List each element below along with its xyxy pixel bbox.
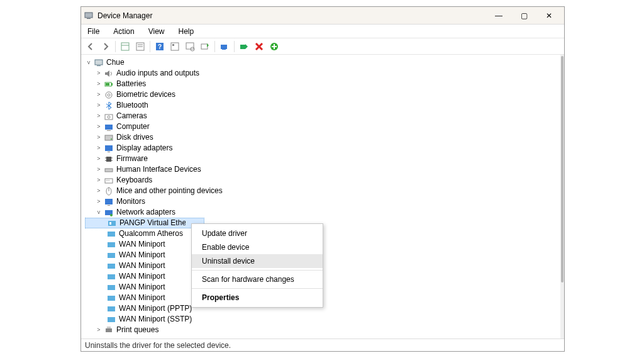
adapter-label: WAN Miniport (PPTP) [119,303,192,314]
chevron-right-icon[interactable]: > [95,132,103,143]
category-mice[interactable]: > Mice and other pointing devices [85,186,559,196]
root-label: Chue [106,57,125,68]
device-manager-window: Device Manager File Action View Help ? [80,6,565,352]
category-network[interactable]: v Network adapters [85,207,559,218]
category-firmware[interactable]: > Firmware [85,154,559,164]
chevron-right-icon[interactable]: > [95,175,103,186]
chevron-right-icon[interactable]: > [95,196,103,207]
adapter-label: WAN Miniport [119,282,165,293]
enable-device-button[interactable] [218,40,231,53]
hid-icon [104,165,114,175]
svg-rect-58 [108,306,115,311]
camera-icon [104,111,114,121]
chevron-right-icon[interactable]: > [95,100,103,111]
chevron-right-icon[interactable]: > [95,111,103,121]
chevron-right-icon[interactable]: > [95,325,103,335]
separator [192,288,323,289]
menu-view[interactable]: View [146,26,167,37]
category-label: Mice and other pointing devices [116,186,223,196]
chevron-right-icon[interactable]: > [95,143,103,154]
svg-point-30 [111,138,112,140]
svg-rect-50 [109,222,111,225]
chevron-right-icon[interactable]: > [95,164,103,175]
menu-file[interactable]: File [85,26,102,37]
chevron-right-icon[interactable]: > [95,68,103,79]
help-button[interactable]: ? [153,40,167,53]
monitor-icon [104,197,114,207]
category-batteries[interactable]: > Batteries [85,79,559,89]
uninstall-device-button[interactable] [252,40,266,53]
chevron-right-icon[interactable]: > [95,89,103,100]
chevron-down-icon[interactable]: v [85,57,92,68]
update-driver-button[interactable] [198,40,212,53]
adapter-pangp[interactable]: PANGP Virtual Ethernet Adapter [85,218,204,228]
svg-rect-22 [106,83,109,86]
ctx-update-driver[interactable]: Update driver [192,227,323,240]
svg-rect-1 [87,18,91,19]
category-display[interactable]: > Display adapters [85,143,559,154]
category-label: Network adapters [116,207,175,218]
category-label: Human Interface Devices [116,164,201,175]
category-label: Cameras [116,111,147,121]
svg-rect-40 [106,180,107,181]
scrollbar[interactable] [560,55,564,338]
add-legacy-hardware-button[interactable] [267,40,281,53]
chevron-right-icon[interactable]: > [95,154,103,164]
chevron-right-icon[interactable]: > [95,121,103,132]
ctx-properties[interactable]: Properties [192,291,323,305]
category-printers[interactable]: > Print queues [85,325,559,335]
show-hide-tree-button[interactable] [118,40,132,53]
category-label: Print queues [116,325,158,335]
minimize-button[interactable] [486,8,511,24]
svg-text:?: ? [158,43,162,50]
root-node[interactable]: v Chue [85,57,559,68]
svg-rect-21 [111,83,113,86]
svg-rect-41 [108,180,108,181]
ctx-scan-hardware[interactable]: Scan for hardware changes [192,272,323,286]
adapter-label: WAN Miniport (SSTP) [119,314,192,325]
category-disk[interactable]: > Disk drives [85,132,559,143]
nic-icon [106,261,116,271]
svg-rect-0 [85,13,92,18]
category-cameras[interactable]: > Cameras [85,111,559,121]
maximize-button[interactable] [511,8,536,24]
category-audio[interactable]: > Audio inputs and outputs [85,68,559,79]
properties-button[interactable] [133,40,147,53]
svg-rect-16 [240,45,245,49]
chevron-right-icon[interactable]: > [95,186,103,196]
category-computer[interactable]: > Computer [85,121,559,132]
back-button[interactable] [84,40,97,53]
svg-rect-25 [105,115,113,120]
adapter-wan-sstp[interactable]: WAN Miniport (SSTP) [85,314,559,325]
scrollbar-thumb[interactable] [561,56,564,282]
svg-rect-42 [109,180,109,181]
close-button[interactable] [536,8,562,24]
svg-rect-15 [222,49,226,50]
adapter-label: WAN Miniport [119,260,165,271]
svg-rect-18 [95,60,103,65]
nic-icon [106,293,116,303]
fingerprint-icon [104,90,114,100]
adapter-label: WAN Miniport [119,239,165,250]
disable-device-button[interactable] [237,40,251,53]
category-monitors[interactable]: > Monitors [85,196,559,207]
category-biometric[interactable]: > Biometric devices [85,89,559,100]
forward-button[interactable] [99,40,113,53]
chevron-down-icon[interactable]: v [95,207,103,218]
category-hid[interactable]: > Human Interface Devices [85,164,559,175]
action-properties-button[interactable] [168,40,182,53]
menubar: File Action View Help [81,25,564,38]
ctx-enable-device[interactable]: Enable device [192,240,323,254]
svg-rect-13 [201,44,208,49]
display-icon [104,143,114,154]
category-keyboards[interactable]: > Keyboards [85,175,559,186]
menu-action[interactable]: Action [111,26,136,37]
ctx-uninstall-device[interactable]: Uninstall device [192,254,323,268]
nic-icon [106,282,116,293]
tree-panel: v Chue > Audio inputs and outputs > Batt… [81,55,564,338]
menu-help[interactable]: Help [176,26,197,37]
chevron-right-icon[interactable]: > [95,79,103,89]
scan-hardware-button[interactable] [183,40,197,53]
category-bluetooth[interactable]: > Bluetooth [85,100,559,111]
svg-rect-57 [108,296,115,301]
